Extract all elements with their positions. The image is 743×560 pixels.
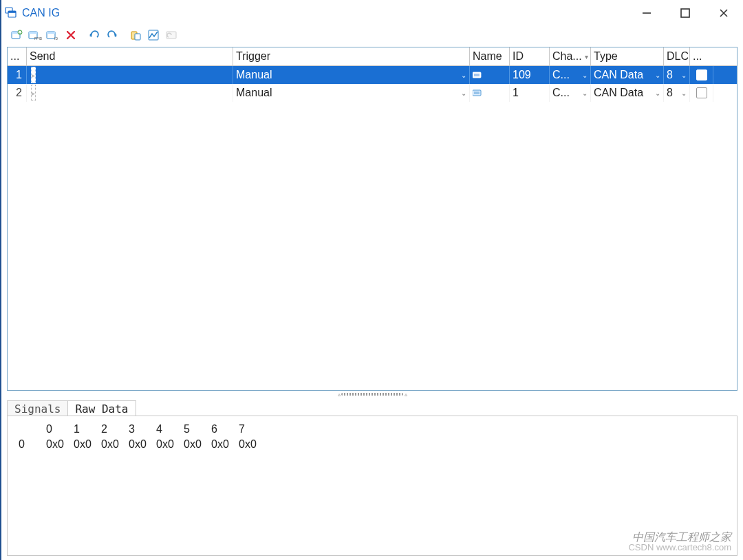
grid-body: 1▸Manual⌄109C...⌄CAN Data⌄8⌄2▸Manual⌄1C.…: [8, 66, 737, 390]
rawdata-col-header: 6: [208, 422, 236, 437]
row-checkbox[interactable]: [690, 66, 713, 84]
svg-rect-12: [29, 32, 37, 34]
row-checkbox[interactable]: [690, 84, 713, 102]
svg-rect-15: [47, 32, 55, 34]
trigger-cell[interactable]: Manual⌄: [233, 66, 470, 84]
name-cell[interactable]: [470, 66, 510, 84]
col-channel[interactable]: Cha...▾: [550, 47, 591, 65]
new-frame-db-button[interactable]: ID: [45, 28, 61, 43]
maximize-button[interactable]: [666, 0, 704, 26]
rawdata-cell[interactable]: 0x0: [153, 437, 181, 452]
col-type[interactable]: Type: [591, 47, 664, 65]
rawdata-cell[interactable]: 0x0: [181, 437, 208, 452]
rawdata-row-label: 0: [16, 437, 43, 452]
message-grid: ... Send Trigger Name ID Cha...▾ Type DL…: [7, 47, 737, 391]
window-title: CAN IG: [22, 7, 60, 19]
rawdata-cell[interactable]: 0x0: [71, 437, 98, 452]
raw-data-panel: 0123456700x00x00x00x00x00x00x00x0 中国汽车工程…: [7, 416, 737, 556]
rawdata-col-header: 1: [71, 422, 98, 437]
col-name[interactable]: Name: [470, 47, 510, 65]
undo-button[interactable]: [87, 28, 102, 43]
minimize-button[interactable]: [627, 0, 666, 26]
rawdata-col-header: 2: [98, 422, 126, 437]
col-trigger[interactable]: Trigger: [233, 47, 470, 65]
rawdata-col-header: 0: [43, 422, 71, 437]
trigger-cell[interactable]: Manual⌄: [233, 84, 470, 102]
detail-panel: Signals Raw Data 0123456700x00x00x00x00x…: [7, 398, 737, 556]
signal-graph-button[interactable]: [146, 28, 161, 43]
svg-text:+: +: [19, 31, 21, 35]
svg-rect-23: [473, 72, 481, 78]
channel-cell[interactable]: C...⌄: [550, 66, 591, 84]
name-cell[interactable]: [470, 84, 510, 102]
rawdata-col-header: 3: [126, 422, 153, 437]
tab-raw-data[interactable]: Raw Data: [67, 400, 136, 416]
svg-rect-20: [135, 34, 140, 40]
send-button[interactable]: ▸: [31, 85, 36, 101]
new-frame-button[interactable]: +: [10, 28, 25, 43]
col-id[interactable]: ID: [510, 47, 550, 65]
row-index[interactable]: 1: [8, 66, 27, 84]
col-dlc[interactable]: DLC: [664, 47, 690, 65]
watermark: 中国汽车工程师之家 CSDN www.cartech8.com: [628, 532, 731, 552]
table-row[interactable]: 2▸Manual⌄1C...⌄CAN Data⌄8⌄: [8, 84, 737, 102]
rawdata-col-header: 5: [181, 422, 208, 437]
raw-data-table: 0123456700x00x00x00x00x00x00x00x0: [16, 422, 263, 452]
rawdata-col-header: 7: [236, 422, 263, 437]
rawdata-col-header: 4: [153, 422, 181, 437]
rawdata-cell[interactable]: 0x0: [236, 437, 263, 452]
tab-signals[interactable]: Signals: [7, 400, 68, 416]
id-cell[interactable]: 1: [510, 84, 550, 102]
delete-button[interactable]: [63, 28, 78, 43]
rawdata-cell[interactable]: 0x0: [43, 437, 71, 452]
col-menu[interactable]: ...: [8, 47, 27, 65]
rawdata-cell[interactable]: 0x0: [98, 437, 126, 452]
dlc-cell[interactable]: 8⌄: [664, 66, 690, 84]
redo-button[interactable]: [105, 28, 120, 43]
paste-button[interactable]: [128, 28, 143, 43]
svg-rect-22: [166, 32, 176, 39]
rawdata-cell[interactable]: 0x0: [126, 437, 153, 452]
id-cell[interactable]: 109: [510, 66, 550, 84]
detail-tabs: Signals Raw Data: [7, 398, 737, 416]
grid-header: ... Send Trigger Name ID Cha...▾ Type DL…: [8, 47, 737, 66]
close-button[interactable]: [704, 0, 743, 26]
svg-text:ID: ID: [54, 36, 58, 41]
send-cell[interactable]: ▸: [27, 66, 233, 84]
channel-cell[interactable]: C...⌄: [550, 84, 591, 102]
dlc-cell[interactable]: 8⌄: [664, 84, 690, 102]
send-button[interactable]: ▸: [31, 67, 36, 83]
svg-rect-2: [8, 11, 16, 13]
rawdata-cell[interactable]: 0x0: [208, 437, 236, 452]
table-row[interactable]: 1▸Manual⌄109C...⌄CAN Data⌄8⌄: [8, 66, 737, 84]
col-send[interactable]: Send: [27, 47, 233, 65]
type-cell[interactable]: CAN Data⌄: [591, 66, 664, 84]
row-index[interactable]: 2: [8, 84, 27, 102]
send-cell[interactable]: ▸: [27, 84, 233, 102]
svg-text:FPID: FPID: [34, 36, 42, 41]
col-more[interactable]: ...: [690, 47, 713, 65]
titlebar: CAN IG: [1, 0, 743, 26]
type-cell[interactable]: CAN Data⌄: [591, 84, 664, 102]
window-controls: [627, 0, 743, 26]
splitter[interactable]: ▵ ▵: [7, 391, 737, 398]
new-frame-fpid-button[interactable]: FPID: [28, 28, 43, 43]
disabled-tool-button[interactable]: [164, 28, 179, 43]
svg-rect-26: [473, 90, 481, 96]
app-icon: [4, 6, 18, 20]
svg-rect-4: [681, 9, 689, 17]
toolbar: + FPID ID: [7, 26, 743, 44]
